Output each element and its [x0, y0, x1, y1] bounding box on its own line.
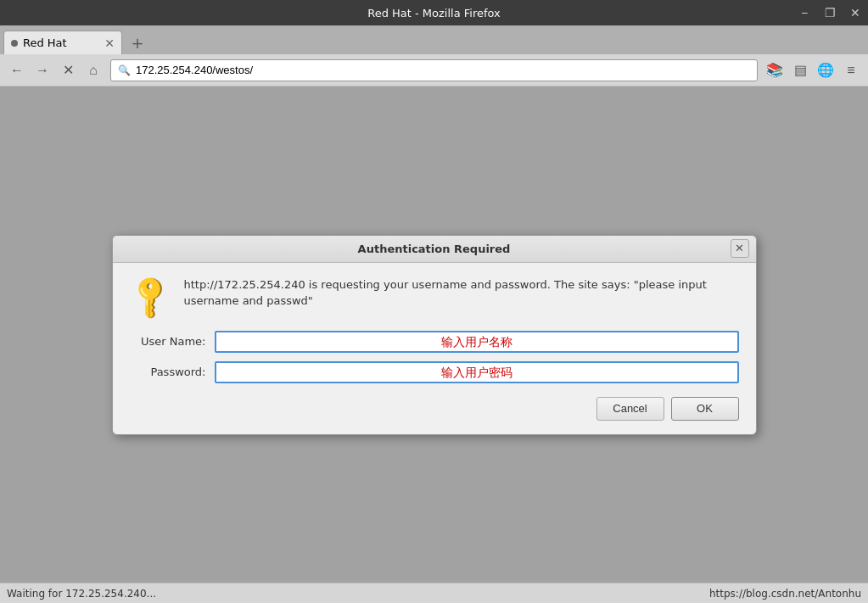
browser-content: Authentication Required ✕ 🔑 http://172.2… — [0, 87, 868, 583]
status-right: https://blog.csdn.net/Antonhu — [709, 588, 861, 600]
password-row: Password: — [130, 361, 739, 383]
titlebar: Red Hat - Mozilla Firefox − ❐ ✕ — [0, 0, 868, 25]
password-label: Password: — [130, 366, 215, 378]
menu-button[interactable]: ≡ — [839, 59, 863, 82]
bookmarks-button[interactable]: 📚 — [763, 59, 787, 82]
dialog-header: Authentication Required ✕ — [113, 236, 756, 263]
stop-button[interactable]: ✕ — [56, 59, 80, 82]
statusbar: Waiting for 172.25.254.240... https://bl… — [0, 583, 868, 603]
dialog-message-text: http://172.25.254.240 is requesting your… — [184, 276, 739, 310]
maximize-button[interactable]: ❐ — [817, 0, 843, 25]
username-input[interactable] — [215, 331, 739, 353]
nav-right-buttons: 📚 ▤ 🌐 ≡ — [763, 59, 863, 82]
dialog-buttons: Cancel OK — [130, 397, 739, 421]
password-input[interactable] — [215, 361, 739, 383]
cancel-button[interactable]: Cancel — [596, 397, 664, 421]
window-close-button[interactable]: ✕ — [843, 0, 868, 25]
titlebar-title: Red Hat - Mozilla Firefox — [367, 7, 501, 20]
reader-view-button[interactable]: ▤ — [788, 59, 812, 82]
browser-tab[interactable]: Red Hat ✕ — [3, 31, 122, 54]
dialog-body: 🔑 http://172.25.254.240 is requesting yo… — [113, 263, 756, 434]
profile-button[interactable]: 🌐 — [814, 59, 837, 82]
tab-dot — [11, 40, 18, 47]
back-button[interactable]: ← — [5, 59, 29, 82]
minimize-button[interactable]: − — [792, 0, 817, 25]
forward-button[interactable]: → — [31, 59, 54, 82]
username-label: User Name: — [130, 335, 215, 348]
url-input[interactable] — [136, 64, 750, 76]
key-icon: 🔑 — [121, 268, 179, 326]
dialog-message-row: 🔑 http://172.25.254.240 is requesting yo… — [130, 276, 739, 317]
titlebar-controls: − ❐ ✕ — [792, 0, 868, 25]
tab-label: Red Hat — [23, 36, 99, 49]
status-left: Waiting for 172.25.254.240... — [7, 588, 156, 600]
new-tab-button[interactable]: + — [126, 31, 149, 54]
address-bar[interactable]: 🔍 — [110, 59, 758, 81]
dialog-close-button[interactable]: ✕ — [731, 239, 749, 258]
tab-close-button[interactable]: ✕ — [104, 36, 115, 50]
ok-button[interactable]: OK — [671, 397, 739, 421]
username-row: User Name: — [130, 331, 739, 353]
dialog-title: Authentication Required — [358, 243, 511, 255]
navbar: ← → ✕ ⌂ 🔍 📚 ▤ 🌐 ≡ — [0, 54, 868, 87]
modal-backdrop: Authentication Required ✕ 🔑 http://172.2… — [0, 87, 868, 583]
search-icon: 🔍 — [118, 64, 131, 76]
home-button[interactable]: ⌂ — [81, 59, 105, 82]
tabbar: Red Hat ✕ + — [0, 25, 868, 54]
auth-dialog: Authentication Required ✕ 🔑 http://172.2… — [112, 235, 757, 435]
